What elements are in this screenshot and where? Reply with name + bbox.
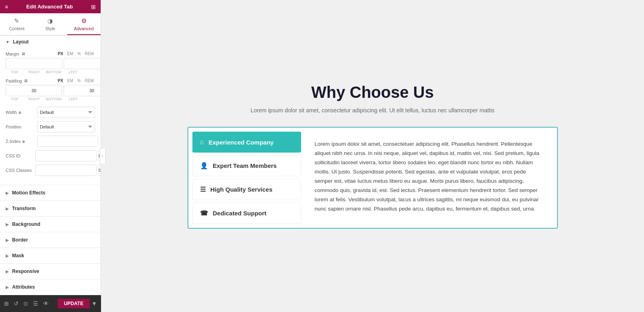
motion-effects-arrow: ▶ [6,191,9,195]
layout-section: Margin 🖥 PX EM % REM 🔗 TOP RIGHT BOT [0,48,101,185]
padding-unit-em[interactable]: EM [66,78,74,83]
why-choose-header: Why Choose Us Lorem ipsum dolor sit amet… [188,83,558,115]
zindex-row: Z-Index 🖥 [6,136,95,147]
mask-header[interactable]: ▶ Mask [0,248,101,263]
position-row: Position Default Absolute Fixed [6,121,95,132]
margin-left-label: LEFT [64,70,83,74]
width-select[interactable]: Default Full Width Custom [37,107,95,118]
bottom-toolbar: ⊞ ↺ ⊙ ☰ 👁 UPDATE ▼ [0,295,101,312]
why-choose-title: Why Choose Us [188,83,558,101]
padding-units: PX EM % REM [57,78,95,83]
margin-unit-em[interactable]: EM [66,51,74,56]
history-icon[interactable]: ↺ [14,300,19,307]
content-tab-icon: ✎ [14,17,19,25]
transform-header[interactable]: ▶ Transform [0,201,101,216]
canvas-content: Why Choose Us Lorem ipsum dolor sit amet… [188,83,558,229]
background-label: Background [12,221,40,227]
border-section: ▶ Border [0,232,101,248]
tab-content[interactable]: ✎ Content [0,13,33,35]
padding-device-icon: 🖥 [24,79,28,83]
margin-inputs: 🔗 [6,58,95,69]
motion-effects-section: ▶ Motion Effects [0,185,101,200]
border-header[interactable]: ▶ Border [0,232,101,248]
tab-advanced[interactable]: ⚙ Advanced [67,13,101,35]
background-arrow: ▶ [6,222,9,227]
attributes-header[interactable]: ▶ Attributes [0,279,101,295]
padding-unit-pct[interactable]: % [76,78,82,83]
position-select[interactable]: Default Absolute Fixed [37,121,95,132]
width-row: Width 🖥 Default Full Width Custom [6,107,95,118]
margin-top-input[interactable] [6,58,62,69]
notes-icon[interactable]: ☰ [33,300,38,307]
update-button[interactable]: UPDATE [58,299,90,308]
collapse-handle[interactable]: ‹ [100,148,105,164]
margin-unit-px[interactable]: PX [57,51,64,56]
panel-body: ▼ Layout Margin 🖥 PX EM % REM 🔗 [0,35,101,312]
margin-unit-pct[interactable]: % [76,51,82,56]
layout-section-header[interactable]: ▼ Layout [0,35,101,48]
transform-arrow: ▶ [6,207,9,211]
dedicated-support-label: Dedicated Support [213,210,266,217]
margin-label-row: Margin 🖥 PX EM % REM [6,51,95,56]
motion-effects-header[interactable]: ▶ Motion Effects [0,185,101,200]
grid-icon[interactable]: ⊞ [91,4,96,10]
margin-link-spacer [84,70,95,74]
high-quality-label: High Quality Services [211,186,272,193]
margin-right-label: RIGHT [25,70,43,74]
feature-tab-experienced[interactable]: ⌂ Experienced Company [192,132,301,153]
css-classes-label: CSS Classes [6,168,34,173]
padding-inputs: 🔗 [6,85,95,96]
motion-effects-label: Motion Effects [12,190,45,196]
layers-icon[interactable]: ⊞ [4,300,9,307]
background-header[interactable]: ▶ Background [0,217,101,232]
feature-tabs: ⌂ Experienced Company 👤 Expert Team Memb… [192,132,301,224]
tab-style[interactable]: ◑ Style [33,13,67,35]
high-quality-icon: ☰ [200,186,206,193]
padding-unit-px[interactable]: PX [57,78,64,83]
mask-arrow: ▶ [6,254,9,258]
feature-tab-expert-team[interactable]: 👤 Expert Team Members [192,155,301,176]
css-id-input[interactable] [35,150,97,161]
position-label: Position [6,124,34,129]
margin-right-input[interactable] [64,58,101,69]
padding-right-input[interactable] [64,85,101,96]
hamburger-icon[interactable]: ≡ [5,4,8,10]
zindex-label: Z-Index 🖥 [6,139,34,144]
transform-label: Transform [12,206,36,211]
margin-units: PX EM % REM [57,51,95,56]
main-canvas: Why Choose Us Lorem ipsum dolor sit amet… [101,0,644,312]
navigator-icon[interactable]: ⊙ [23,300,28,307]
attributes-section: ▶ Attributes [0,279,101,295]
padding-link-spacer [84,97,95,101]
feature-tab-dedicated-support[interactable]: ☎ Dedicated Support [192,202,301,224]
padding-top-input[interactable] [6,85,62,96]
style-tab-icon: ◑ [47,17,53,25]
margin-device-icon: 🖥 [21,52,25,56]
hide-icon[interactable]: 👁 [43,300,49,307]
css-id-row: CSS ID ⧉ [6,150,95,161]
update-arrow-icon[interactable]: ▼ [91,300,97,307]
left-panel: ≡ Edit Advanced Tab ⊞ ✎ Content ◑ Style … [0,0,101,312]
css-classes-row: CSS Classes ⧉ [6,165,95,176]
responsive-label: Responsive [12,269,39,274]
experienced-icon: ⌂ [200,138,204,146]
attributes-arrow: ▶ [6,285,9,289]
feature-tab-high-quality[interactable]: ☰ High Quality Services [192,179,301,200]
responsive-header[interactable]: ▶ Responsive [0,264,101,279]
why-choose-subtitle: Lorem ipsum dolor sit amet, consectetur … [188,106,558,115]
margin-unit-rem[interactable]: REM [84,51,95,56]
mask-section: ▶ Mask [0,248,101,263]
zindex-input[interactable] [37,136,98,147]
css-classes-input[interactable] [35,165,97,176]
advanced-tab-icon: ⚙ [81,17,87,25]
feature-content-text: Lorem ipsum dolor sit amet, consectetuer… [315,140,543,214]
padding-unit-rem[interactable]: REM [84,78,95,83]
margin-sub-labels: TOP RIGHT BOTTOM LEFT [6,70,95,74]
padding-top-label: TOP [6,97,24,101]
css-classes-action-button[interactable]: ⧉ [98,165,101,176]
css-id-label: CSS ID [6,153,34,158]
bottom-icons: ⊞ ↺ ⊙ ☰ 👁 [4,300,49,307]
dedicated-support-icon: ☎ [200,209,208,217]
background-section: ▶ Background [0,216,101,232]
margin-top-label: TOP [6,70,24,74]
